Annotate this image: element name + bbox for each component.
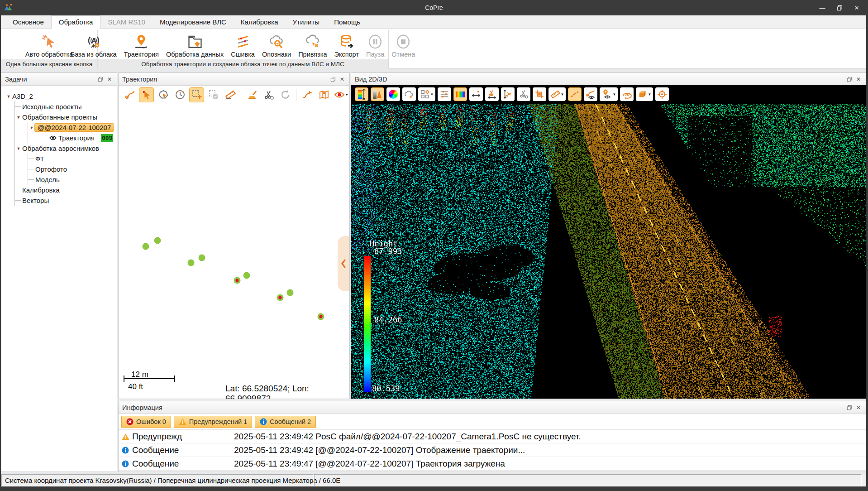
time-select-icon[interactable] xyxy=(172,87,187,102)
point-cloud-view[interactable]: ▼ ▼ ▼ 3D ▼ Height 87.993 84.266 xyxy=(351,85,866,399)
tab-utilities[interactable]: Утилиты xyxy=(286,16,327,29)
cloud-database-button[interactable]: A База из облака xyxy=(68,29,119,59)
tree-node-ft[interactable]: ФТ xyxy=(28,154,117,164)
crop-icon[interactable] xyxy=(533,87,546,101)
add-cloud-icon[interactable] xyxy=(402,87,416,101)
cut-horizontal-icon[interactable] xyxy=(485,87,499,101)
close-panel-icon[interactable]: ✕ xyxy=(854,403,863,412)
trajectory-button[interactable]: Траектория xyxy=(121,29,162,59)
expander-icon[interactable]: ▼ xyxy=(5,94,12,99)
view-2d3d-panel: Вид 2D/3D ✕ ▼ ▼ xyxy=(351,72,866,399)
view-panel-header: Вид 2D/3D ✕ xyxy=(351,73,866,86)
trajectory-map[interactable]: 12 m 40 ft Lat: 66.5280524; Lon: 66.9099… xyxy=(119,104,349,399)
measure-ruler-icon[interactable] xyxy=(223,87,238,102)
trajectory-point[interactable] xyxy=(199,255,205,261)
tree-node-root[interactable]: ▼A3D_2 xyxy=(5,91,117,101)
expander-icon[interactable]: ▼ xyxy=(15,115,22,120)
smooth-trajectory-icon[interactable] xyxy=(568,87,582,101)
display-options-icon[interactable] xyxy=(333,87,348,102)
float-panel-icon[interactable] xyxy=(96,75,105,84)
tree-node-orthophoto[interactable]: Ортофото xyxy=(28,164,117,174)
close-panel-icon[interactable]: ✕ xyxy=(105,75,114,84)
trajectory-point[interactable] xyxy=(188,260,195,266)
cut-vertical-icon[interactable] xyxy=(501,87,515,101)
log-row-message[interactable]: Сообщение 2025-05-11 23:49:47 [@@2024-07… xyxy=(119,457,866,471)
tree-node-trajectory[interactable]: Траектория009 xyxy=(41,133,117,143)
tab-calibration[interactable]: Калибровка xyxy=(234,16,286,29)
measure-horizontal-icon[interactable] xyxy=(469,87,483,101)
close-panel-icon[interactable]: ✕ xyxy=(338,75,347,84)
select-cursor-icon[interactable] xyxy=(139,87,154,102)
tree-node-project-20240722[interactable]: ▼@@2024-07-22-100207 xyxy=(28,122,117,133)
float-panel-icon[interactable] xyxy=(845,403,854,412)
center-view-icon[interactable] xyxy=(655,87,669,101)
redo-rotate-icon[interactable] xyxy=(278,87,293,102)
trajectory-point[interactable] xyxy=(234,277,241,284)
float-panel-icon[interactable] xyxy=(845,75,854,84)
visibility-eye-icon[interactable] xyxy=(49,135,57,140)
color-by-height-icon[interactable] xyxy=(355,87,368,101)
trajectory-point[interactable] xyxy=(318,313,324,320)
trajectory-point[interactable] xyxy=(154,237,161,244)
ruler-dropdown-icon[interactable]: ▼ xyxy=(548,87,566,101)
polygon-select-icon[interactable] xyxy=(156,87,171,102)
color-by-intensity-icon[interactable] xyxy=(371,87,384,101)
color-by-rgb-icon[interactable] xyxy=(386,87,400,101)
log-row-message[interactable]: Сообщение 2025-05-11 23:49:42 [@@2024-07… xyxy=(119,443,866,457)
filter-sliders-icon[interactable] xyxy=(438,87,451,101)
errors-tab[interactable]: Ошибок 0 xyxy=(121,416,171,428)
info-icon xyxy=(122,447,129,454)
restore-button[interactable] xyxy=(833,2,846,14)
deselect-icon[interactable] xyxy=(206,87,221,102)
georeference-button[interactable]: Привязка xyxy=(296,29,329,59)
tree-node-model[interactable]: Модель xyxy=(28,174,117,185)
point-cloud-canvas[interactable] xyxy=(351,85,866,399)
minimize-button[interactable]: — xyxy=(816,2,829,14)
trajectory-line-icon[interactable] xyxy=(122,87,137,102)
tree-node-calibration[interactable]: Калибровка xyxy=(15,185,117,195)
gcp-marks-button[interactable]: Опознаки xyxy=(259,29,294,59)
map-view-icon[interactable] xyxy=(316,87,331,102)
cube-view-dropdown-icon[interactable]: ▼ xyxy=(636,87,653,101)
trajectory-point[interactable] xyxy=(277,294,284,301)
tab-slam-rs10: SLAM RS10 xyxy=(100,16,153,29)
tab-main[interactable]: Основное xyxy=(5,16,51,29)
trajectory-point[interactable] xyxy=(243,272,250,279)
classes-dropdown-icon[interactable]: ▼ xyxy=(418,87,435,101)
tab-processing[interactable]: Обработка xyxy=(51,15,101,29)
tree-node-source-projects[interactable]: Исходные проекты xyxy=(15,101,117,112)
folder-gem-icon xyxy=(187,33,203,51)
cloud-database-icon: A xyxy=(86,33,101,51)
trajectory-tool-icon[interactable] xyxy=(300,87,315,102)
tab-help[interactable]: Помощь xyxy=(327,16,367,29)
trajectory-visibility-icon[interactable] xyxy=(584,87,597,101)
tab-vls-modeling[interactable]: Моделирование ВЛС xyxy=(153,16,234,29)
map-scale-bar: 12 m 40 ft xyxy=(124,375,176,391)
export-button[interactable]: Экспорт xyxy=(332,29,362,59)
rainbow-palette-icon[interactable] xyxy=(453,87,467,101)
expander-icon[interactable]: ▼ xyxy=(15,146,22,151)
rotate-3d-icon[interactable]: 3D xyxy=(620,87,634,101)
log-row-warning[interactable]: Предупрежд 2025-05-11 23:49:42 PosC файл… xyxy=(119,430,866,443)
cut-settings-icon[interactable] xyxy=(517,87,530,101)
pin-visibility-dropdown-icon[interactable]: ▼ xyxy=(600,87,618,101)
trajectory-point[interactable] xyxy=(287,289,294,296)
rect-select-add-icon[interactable] xyxy=(189,87,204,102)
data-processing-button[interactable]: Обработка данных xyxy=(163,29,226,59)
cut-scissors-settings-icon[interactable] xyxy=(261,87,276,102)
messages-tab[interactable]: Сообщений 2 xyxy=(255,416,316,428)
stitching-button[interactable]: Сшивка xyxy=(228,29,258,59)
clean-brush-icon[interactable] xyxy=(244,87,259,102)
tree-node-label-selected: @@2024-07-22-100207 xyxy=(34,123,114,132)
database-export-icon xyxy=(339,33,354,51)
cursor-coordinates: Lat: 66.5280524; Lon: 66.9099872 xyxy=(225,384,349,399)
trajectory-point[interactable] xyxy=(143,243,149,250)
tree-node-processed-projects[interactable]: ▼Обработанные проекты xyxy=(15,112,117,122)
float-panel-icon[interactable] xyxy=(329,75,338,84)
collapse-panel-handle[interactable] xyxy=(338,236,349,291)
tree-node-vectors[interactable]: Векторы xyxy=(15,195,117,206)
warnings-tab[interactable]: Предупреждений 1 xyxy=(174,416,252,428)
tree-node-aerial-processing[interactable]: ▼Обработка аэроснимков xyxy=(15,143,117,154)
close-panel-icon[interactable]: ✕ xyxy=(854,75,863,84)
close-button[interactable]: ✕ xyxy=(850,2,863,14)
